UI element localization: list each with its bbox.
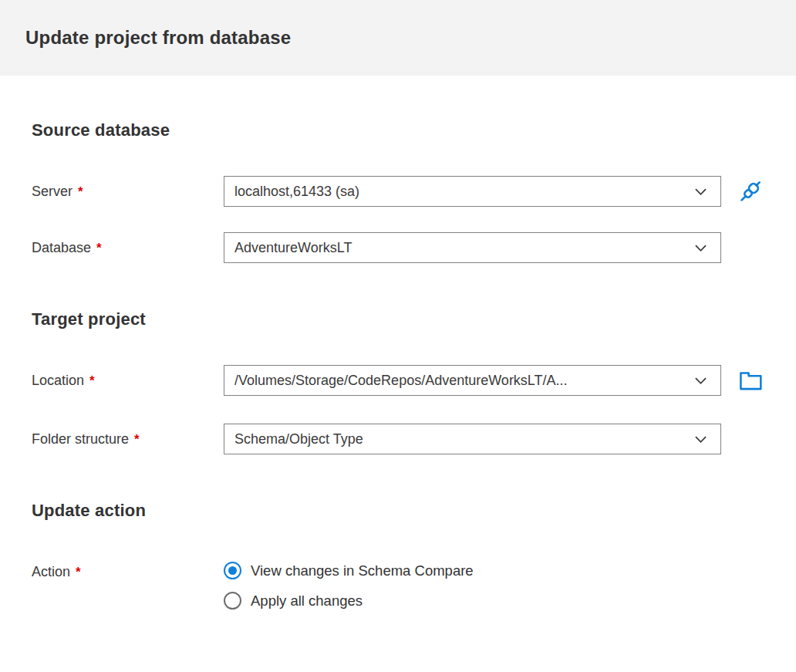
dialog-title: Update project from database [25,27,291,49]
chevron-down-icon [693,373,708,388]
radio-option-apply-all[interactable]: Apply all changes [224,592,474,610]
folder-structure-dropdown[interactable]: Schema/Object Type [224,424,721,454]
action-label: Action * [32,564,224,580]
folder-structure-dropdown-value: Schema/Object Type [234,431,686,447]
source-database-heading: Source database [32,120,764,140]
database-dropdown-value: AdventureWorksLT [234,240,686,256]
chevron-down-icon [693,184,708,199]
location-label-text: Location [32,373,84,389]
action-row: Action * View changes in Schema Compare … [32,564,764,610]
required-asterisk: * [134,432,140,447]
action-radio-group: View changes in Schema Compare Apply all… [224,562,474,610]
radio-option-label: View changes in Schema Compare [251,562,474,579]
server-dropdown[interactable]: localhost,61433 (sa) [224,176,721,207]
required-asterisk: * [89,373,95,389]
location-row: Location * /Volumes/Storage/CodeRepos/Ad… [32,365,764,396]
folder-structure-row: Folder structure * Schema/Object Type [32,424,764,454]
radio-selected-icon[interactable] [224,562,241,579]
database-label-text: Database [32,240,91,256]
required-asterisk: * [76,565,81,580]
folder-structure-label: Folder structure * [32,431,224,447]
radio-option-view-changes[interactable]: View changes in Schema Compare [224,562,474,579]
server-dropdown-value: localhost,61433 (sa) [234,184,686,200]
update-action-heading: Update action [32,501,764,521]
dialog-header: Update project from database [0,0,796,76]
radio-unselected-icon[interactable] [224,592,241,610]
database-row: Database * AdventureWorksLT [32,232,764,263]
required-asterisk: * [96,241,102,256]
dialog-body: Source database Server * localhost,61433… [0,120,796,610]
chevron-down-icon [693,432,708,447]
target-project-heading: Target project [32,309,764,329]
connect-plug-icon[interactable] [736,176,765,207]
location-dropdown-value: /Volumes/Storage/CodeRepos/AdventureWork… [234,373,686,389]
chevron-down-icon [693,241,708,255]
action-label-text: Action [32,564,70,580]
server-label: Server * [32,184,224,200]
server-row: Server * localhost,61433 (sa) [32,176,764,207]
radio-option-label: Apply all changes [251,593,363,610]
required-asterisk: * [78,184,83,200]
folder-icon[interactable] [736,365,764,396]
location-dropdown[interactable]: /Volumes/Storage/CodeRepos/AdventureWork… [224,365,721,396]
location-label: Location * [32,373,224,389]
database-label: Database * [32,240,224,256]
folder-structure-label-text: Folder structure [32,431,129,447]
server-label-text: Server [32,184,73,200]
database-dropdown[interactable]: AdventureWorksLT [224,232,721,263]
